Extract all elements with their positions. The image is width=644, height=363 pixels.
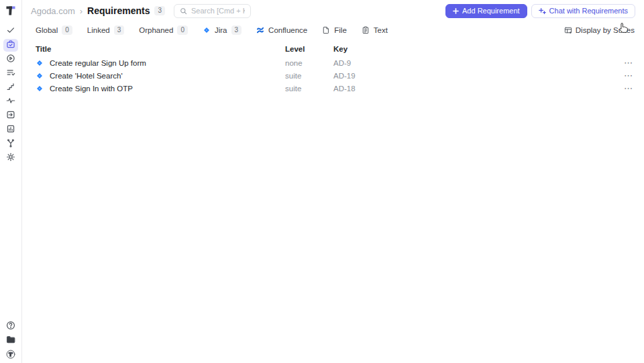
display-by-suites-label: Display by Suites xyxy=(576,26,635,34)
sidebar-item-analytics[interactable] xyxy=(3,123,18,136)
sidebar-bottom xyxy=(3,320,18,363)
plus-icon xyxy=(453,8,459,14)
requirement-level: suite xyxy=(285,72,333,80)
main-area: Agoda.com › Requirements 3 Add Requireme… xyxy=(22,0,644,363)
app-logo-icon[interactable] xyxy=(5,5,17,17)
chat-with-requirements-button[interactable]: Chat with Requirements xyxy=(531,4,635,18)
sidebar-item-settings[interactable] xyxy=(3,152,18,164)
sidebar-item-import[interactable] xyxy=(3,109,18,122)
top-bar: Agoda.com › Requirements 3 Add Requireme… xyxy=(22,0,644,21)
user-avatar[interactable] xyxy=(3,348,18,363)
requirement-title: Create 'Hotel Search' xyxy=(50,72,123,80)
row-menu-button[interactable]: ⋯ xyxy=(614,85,633,92)
search-input[interactable] xyxy=(191,7,245,15)
requirements-count-badge: 3 xyxy=(154,6,165,15)
sidebar xyxy=(0,0,22,363)
filter-linked-label: Linked xyxy=(87,26,110,34)
activity-icon xyxy=(6,96,15,108)
filter-confluence-label: Confluence xyxy=(268,26,307,34)
search-icon xyxy=(180,7,187,15)
sidebar-item-plans[interactable] xyxy=(3,67,18,80)
requirements-table: Title Level Key Create regular Sign Up f… xyxy=(22,39,644,95)
filter-global-count: 0 xyxy=(62,25,72,35)
filter-tab-text[interactable]: Text xyxy=(362,26,388,34)
sidebar-item-requirements[interactable] xyxy=(3,39,18,52)
filter-linked-count: 3 xyxy=(114,25,125,35)
sidebar-item-steps[interactable] xyxy=(3,81,18,94)
help-circle-icon xyxy=(6,321,15,333)
requirement-title-cell[interactable]: Create 'Hotel Search' xyxy=(36,72,285,80)
sidebar-nav xyxy=(3,25,18,164)
table-row[interactable]: Create 'Hotel Search' suite AD-19 ⋯ xyxy=(36,69,633,82)
filter-global-label: Global xyxy=(36,26,58,34)
list-check-icon xyxy=(6,68,15,80)
jira-icon xyxy=(36,59,44,67)
column-header-title[interactable]: Title xyxy=(36,45,285,53)
filter-jira-label: Jira xyxy=(215,26,227,34)
jira-icon xyxy=(36,85,44,93)
chart-icon xyxy=(6,124,15,136)
requirement-key: AD-18 xyxy=(333,85,614,93)
filter-text-label: Text xyxy=(374,26,388,34)
sidebar-item-checks[interactable] xyxy=(3,25,18,38)
breadcrumb-page-title: Requirements xyxy=(87,5,150,16)
filter-orphaned-count: 0 xyxy=(177,25,188,35)
column-header-key[interactable]: Key xyxy=(333,45,614,53)
ai-sparkle-icon xyxy=(539,7,546,15)
table-header-row: Title Level Key xyxy=(36,42,633,56)
jira-icon xyxy=(36,72,44,80)
requirement-level: suite xyxy=(285,85,333,93)
filter-jira-count: 3 xyxy=(231,25,242,35)
requirement-title: Create Sign In with OTP xyxy=(50,85,133,93)
row-menu-button[interactable]: ⋯ xyxy=(614,60,633,66)
display-layout-icon xyxy=(564,26,572,34)
check-icon xyxy=(6,25,15,38)
filter-orphaned-label: Orphaned xyxy=(139,26,173,34)
top-actions: Add Requirement Chat with Requirements xyxy=(445,4,635,18)
app-window: Agoda.com › Requirements 3 Add Requireme… xyxy=(0,0,644,363)
briefcase-check-icon xyxy=(6,40,15,52)
jira-icon xyxy=(203,26,211,34)
filter-tab-jira[interactable]: Jira 3 xyxy=(203,25,241,35)
filter-tab-orphaned[interactable]: Orphaned 0 xyxy=(139,25,188,35)
filter-bar: Global 0 Linked 3 Orphaned 0 Jira 3 Conf… xyxy=(22,21,644,39)
import-icon xyxy=(6,110,15,122)
add-requirement-label: Add Requirement xyxy=(462,7,520,15)
folder-icon xyxy=(6,335,15,347)
chat-with-requirements-label: Chat with Requirements xyxy=(549,7,628,15)
add-requirement-button[interactable]: Add Requirement xyxy=(445,4,527,18)
branch-icon xyxy=(6,138,15,150)
avatar-logo-icon xyxy=(6,350,15,362)
requirement-level: none xyxy=(285,59,333,67)
sidebar-item-runs[interactable] xyxy=(3,53,18,66)
requirement-title: Create regular Sign Up form xyxy=(50,59,146,67)
column-header-level[interactable]: Level xyxy=(285,45,333,53)
display-by-suites-button[interactable]: Display by Suites xyxy=(564,26,635,34)
row-menu-button[interactable]: ⋯ xyxy=(614,72,633,79)
sidebar-item-branches[interactable] xyxy=(3,138,18,150)
breadcrumb-project[interactable]: Agoda.com xyxy=(31,6,75,16)
sidebar-item-help[interactable] xyxy=(3,320,18,333)
requirement-key: AD-19 xyxy=(333,72,614,80)
filter-tab-global[interactable]: Global 0 xyxy=(36,25,72,35)
clipboard-text-icon xyxy=(362,26,370,34)
stairs-icon xyxy=(6,82,15,94)
filter-tab-linked[interactable]: Linked 3 xyxy=(87,25,124,35)
sidebar-item-pulse[interactable] xyxy=(3,95,18,108)
file-icon xyxy=(322,26,330,34)
requirement-title-cell[interactable]: Create regular Sign Up form xyxy=(36,59,285,67)
search-box[interactable] xyxy=(174,4,251,18)
requirement-key: AD-9 xyxy=(333,59,614,67)
breadcrumb-separator-icon: › xyxy=(80,6,83,16)
sidebar-item-projects[interactable] xyxy=(3,334,18,347)
filter-tab-file[interactable]: File xyxy=(322,26,347,34)
play-circle-icon xyxy=(6,54,15,66)
table-row[interactable]: Create Sign In with OTP suite AD-18 ⋯ xyxy=(36,82,633,95)
requirement-title-cell[interactable]: Create Sign In with OTP xyxy=(36,85,285,93)
gear-icon xyxy=(6,152,15,164)
confluence-icon xyxy=(256,26,264,34)
filter-file-label: File xyxy=(334,26,347,34)
table-row[interactable]: Create regular Sign Up form none AD-9 ⋯ xyxy=(36,56,633,69)
filter-tab-confluence[interactable]: Confluence xyxy=(256,26,307,34)
